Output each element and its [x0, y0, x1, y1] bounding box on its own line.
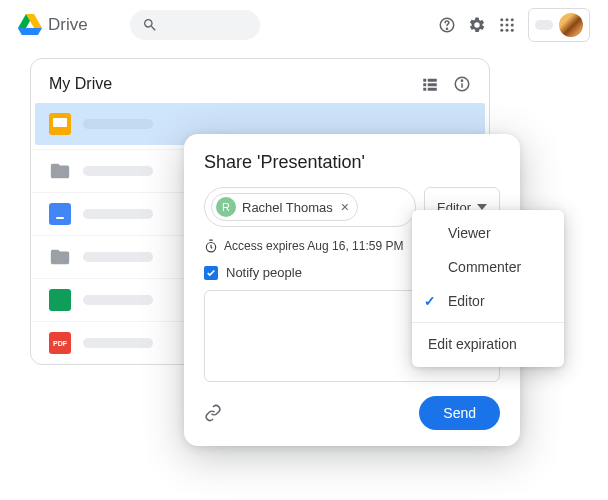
svg-point-1 — [446, 28, 447, 29]
svg-point-4 — [511, 18, 514, 21]
drive-logo[interactable]: Drive — [18, 14, 88, 36]
svg-point-10 — [511, 29, 514, 32]
file-name-placeholder — [83, 338, 153, 348]
role-option-editor[interactable]: Editor — [412, 284, 564, 318]
share-title: Share 'Presentation' — [204, 152, 500, 173]
drive-triangle-icon — [18, 14, 42, 36]
svg-point-3 — [506, 18, 509, 21]
svg-point-5 — [500, 24, 503, 27]
svg-point-7 — [511, 24, 514, 27]
help-icon[interactable] — [438, 16, 456, 34]
edit-expiration-option[interactable]: Edit expiration — [412, 327, 564, 361]
file-name-placeholder — [83, 166, 153, 176]
svg-point-2 — [500, 18, 503, 21]
file-name-placeholder — [83, 252, 153, 262]
svg-point-13 — [461, 80, 462, 81]
role-option-viewer[interactable]: Viewer — [412, 216, 564, 250]
header-actions — [438, 8, 590, 42]
account-placeholder — [535, 20, 553, 30]
avatar — [559, 13, 583, 37]
slides-icon — [49, 113, 71, 135]
search-icon — [142, 17, 158, 33]
file-name-placeholder — [83, 119, 153, 129]
pdf-icon: PDF — [49, 332, 71, 354]
product-name: Drive — [48, 15, 88, 35]
svg-point-6 — [506, 24, 509, 27]
sheets-icon — [49, 289, 71, 311]
copy-link-icon[interactable] — [204, 404, 222, 422]
people-input[interactable]: R Rachel Thomas × — [204, 187, 416, 227]
search-input[interactable] — [130, 10, 260, 40]
app-header: Drive — [0, 0, 608, 50]
file-name-placeholder — [83, 209, 153, 219]
apps-icon[interactable] — [498, 16, 516, 34]
drive-title: My Drive — [49, 75, 112, 93]
remove-chip-icon[interactable]: × — [341, 199, 349, 215]
timer-icon — [204, 239, 218, 253]
svg-point-8 — [500, 29, 503, 32]
folder-icon — [49, 160, 71, 182]
svg-point-9 — [506, 29, 509, 32]
drive-header: My Drive — [31, 75, 489, 103]
folder-icon — [49, 246, 71, 268]
account-switcher[interactable] — [528, 8, 590, 42]
expiration-text: Access expires Aug 16, 11:59 PM — [224, 239, 403, 253]
chip-avatar: R — [216, 197, 236, 217]
list-view-icon[interactable] — [421, 75, 439, 93]
file-name-placeholder — [83, 295, 153, 305]
send-button[interactable]: Send — [419, 396, 500, 430]
gear-icon[interactable] — [468, 16, 486, 34]
person-chip[interactable]: R Rachel Thomas × — [211, 193, 358, 221]
notify-checkbox[interactable] — [204, 266, 218, 280]
role-option-commenter[interactable]: Commenter — [412, 250, 564, 284]
info-icon[interactable] — [453, 75, 471, 93]
chip-name: Rachel Thomas — [242, 200, 333, 215]
role-menu: Viewer Commenter Editor Edit expiration — [412, 210, 564, 367]
notify-label: Notify people — [226, 265, 302, 280]
docs-icon — [49, 203, 71, 225]
menu-divider — [412, 322, 564, 323]
